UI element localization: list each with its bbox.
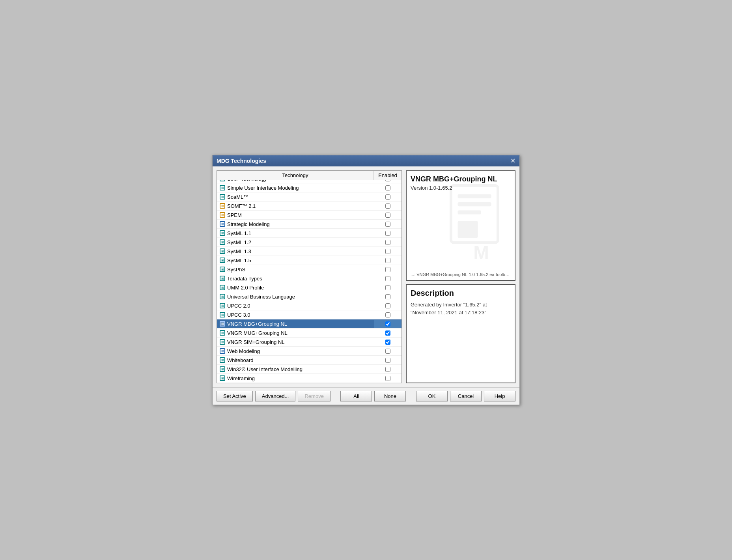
list-item[interactable]: ⊞UMM 2.0 Profile xyxy=(217,283,401,292)
item-label: ⊞UPCC 3.0 xyxy=(217,310,374,319)
item-label: ⊞SysML 1.5 xyxy=(217,256,374,265)
item-checkbox[interactable] xyxy=(385,312,390,317)
set-active-button[interactable]: Set Active xyxy=(217,391,253,401)
item-type-icon: ⊞ xyxy=(219,275,226,282)
list-item[interactable]: ⊞SysML 1.5 xyxy=(217,256,401,265)
list-item[interactable]: ⊞VNGR MBG+Grouping NL xyxy=(217,319,401,329)
list-item[interactable]: ⊞Whiteboard xyxy=(217,356,401,365)
item-text: VNGR MUG+Grouping NL xyxy=(227,330,288,336)
list-item[interactable]: ⊞SIMF Technology xyxy=(217,180,401,183)
item-type-icon: ⊞ xyxy=(219,330,226,336)
item-checkbox-cell xyxy=(374,193,401,201)
item-type-icon: ⊞ xyxy=(219,266,226,273)
item-text: SysPhS xyxy=(227,267,245,273)
item-checkbox[interactable] xyxy=(385,276,390,281)
table-header: Technology Enabled xyxy=(217,171,401,180)
list-item[interactable]: ⊞Wireframing xyxy=(217,374,401,383)
item-checkbox[interactable] xyxy=(385,185,390,190)
preview-title: VNGR MBG+Grouping NL xyxy=(411,175,511,183)
close-button[interactable]: ✕ xyxy=(510,158,515,164)
none-button[interactable]: None xyxy=(374,391,406,401)
item-checkbox[interactable] xyxy=(385,231,390,236)
item-type-icon: ⊞ xyxy=(219,212,226,218)
item-checkbox[interactable] xyxy=(385,240,390,245)
svg-rect-2 xyxy=(458,202,491,206)
item-checkbox[interactable] xyxy=(385,358,390,363)
cancel-button[interactable]: Cancel xyxy=(450,391,482,401)
content-area: Technology Enabled ⊞NIEM 2.1⊞NIEM 3 and … xyxy=(213,166,519,387)
list-item[interactable]: ⊞VNGR MUG+Grouping NL xyxy=(217,329,401,338)
item-text: Wireframing xyxy=(227,375,255,381)
list-item[interactable]: ⊞UPCC 2.0 xyxy=(217,301,401,310)
item-checkbox-cell xyxy=(374,311,401,319)
list-item[interactable]: ⊞UPCC 3.0 xyxy=(217,310,401,319)
help-button[interactable]: Help xyxy=(484,391,515,401)
list-item[interactable]: ⊞Teradata Types xyxy=(217,274,401,283)
item-checkbox-cell xyxy=(374,220,401,228)
item-checkbox-cell xyxy=(374,366,401,373)
item-type-icon: ⊞ xyxy=(219,194,226,200)
item-checkbox[interactable] xyxy=(385,330,390,336)
list-item[interactable]: ⊞SOMF™ 2.1 xyxy=(217,202,401,211)
item-text: SoaML™ xyxy=(227,194,248,200)
item-checkbox[interactable] xyxy=(385,294,390,299)
list-item[interactable]: ⊞Strategic Modeling xyxy=(217,220,401,229)
item-checkbox[interactable] xyxy=(385,258,390,263)
item-checkbox-cell xyxy=(374,302,401,310)
preview-box: VNGR MBG+Grouping NL Version 1.0-1.65.2 … xyxy=(406,170,515,281)
mdg-technologies-window: MDG Technologies ✕ Technology Enabled ⊞N… xyxy=(212,155,520,405)
svg-rect-3 xyxy=(458,210,482,214)
item-text: Win32® User Interface Modelling xyxy=(227,366,303,372)
list-item[interactable]: ⊞SPEM xyxy=(217,211,401,220)
list-item[interactable]: ⊞Web Modeling xyxy=(217,347,401,356)
col-technology-header: Technology xyxy=(217,171,374,180)
item-checkbox[interactable] xyxy=(385,340,390,345)
item-checkbox[interactable] xyxy=(385,321,390,327)
description-box: Description Generated by Imvertor "1.65.… xyxy=(406,284,515,383)
item-checkbox[interactable] xyxy=(385,376,390,381)
item-type-icon: ⊞ xyxy=(219,257,226,263)
item-checkbox-cell xyxy=(374,284,401,291)
all-button[interactable]: All xyxy=(340,391,372,401)
item-checkbox[interactable] xyxy=(385,349,390,354)
item-checkbox[interactable] xyxy=(385,222,390,227)
item-label: ⊞SysPhS xyxy=(217,265,374,274)
item-checkbox[interactable] xyxy=(385,367,390,372)
item-checkbox[interactable] xyxy=(385,203,390,209)
list-item[interactable]: ⊞SysML 1.3 xyxy=(217,247,401,256)
item-checkbox[interactable] xyxy=(385,303,390,308)
item-checkbox[interactable] xyxy=(385,213,390,218)
description-title: Description xyxy=(411,289,511,298)
list-item[interactable]: ⊞Simple User Interface Modeling xyxy=(217,183,401,192)
window-title: MDG Technologies xyxy=(217,158,266,164)
list-item[interactable]: ⊞Win32® User Interface Modelling xyxy=(217,365,401,374)
item-type-icon: ⊞ xyxy=(219,366,226,372)
item-text: VNGR MBG+Grouping NL xyxy=(227,321,287,327)
item-checkbox[interactable] xyxy=(385,285,390,290)
item-text: UPCC 2.0 xyxy=(227,303,250,309)
list-item[interactable]: ⊞SysPhS xyxy=(217,265,401,274)
svg-text:M: M xyxy=(473,243,489,263)
item-label: ⊞Simple User Interface Modeling xyxy=(217,183,374,192)
item-label: ⊞SysML 1.1 xyxy=(217,229,374,237)
item-checkbox[interactable] xyxy=(385,267,390,272)
item-checkbox-cell xyxy=(374,211,401,219)
item-label: ⊞Wireframing xyxy=(217,374,374,383)
list-item[interactable]: ⊞SysML 1.2 xyxy=(217,238,401,247)
item-type-icon: ⊞ xyxy=(219,357,226,363)
item-text: Simple User Interface Modeling xyxy=(227,185,299,191)
item-checkbox-cell xyxy=(374,275,401,282)
list-item[interactable]: ⊞SysML 1.1 xyxy=(217,229,401,238)
item-checkbox[interactable] xyxy=(385,249,390,254)
item-checkbox-cell xyxy=(374,357,401,364)
advanced-button[interactable]: Advanced... xyxy=(255,391,296,401)
technology-list-scroll[interactable]: ⊞NIEM 2.1⊞NIEM 3 and 4⊞ODM⊞Process Guida… xyxy=(217,180,401,383)
remove-button[interactable]: Remove xyxy=(298,391,330,401)
ok-button[interactable]: OK xyxy=(416,391,448,401)
list-item[interactable]: ⊞Universal Business Language xyxy=(217,292,401,301)
list-item[interactable]: ⊞VNGR SIM+Grouping NL xyxy=(217,338,401,347)
item-checkbox[interactable] xyxy=(385,180,390,181)
item-checkbox[interactable] xyxy=(385,194,390,200)
list-item[interactable]: ⊞SoaML™ xyxy=(217,192,401,202)
item-type-icon: ⊞ xyxy=(219,221,226,227)
